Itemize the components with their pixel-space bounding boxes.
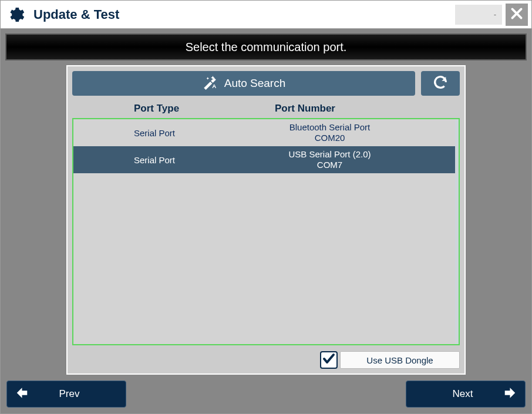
refresh-icon — [432, 74, 449, 93]
wizard-icon: A — [202, 75, 217, 93]
port-row[interactable]: Serial PortUSB Serial Port (2.0)COM7 — [73, 146, 455, 173]
port-number-cell: Bluetooth Serial PortCOM20 — [275, 122, 455, 143]
refresh-button[interactable] — [421, 71, 460, 96]
titlebar: Update & Test - — [1, 1, 531, 29]
dongle-row: Use USB Dongle — [72, 351, 460, 369]
panel-top-row: A Auto Search — [72, 71, 460, 96]
nav-row: Prev Next — [5, 379, 527, 409]
instruction-banner: Select the communication port. — [5, 33, 527, 60]
arrow-left-icon — [12, 384, 29, 404]
check-icon — [322, 352, 336, 368]
col-header-type: Port Type — [134, 103, 275, 115]
use-usb-dongle-label: Use USB Dongle — [340, 351, 460, 369]
port-number-cell: USB Serial Port (2.0)COM7 — [275, 149, 455, 170]
port-type-cell: Serial Port — [134, 128, 275, 138]
port-panel: A Auto Search Port Type Port Number — [66, 65, 466, 375]
close-icon — [509, 6, 524, 23]
port-list: Serial PortBluetooth Serial PortCOM20Ser… — [72, 118, 460, 345]
column-headers: Port Type Port Number — [72, 99, 460, 118]
col-header-number: Port Number — [275, 103, 335, 115]
next-button[interactable]: Next — [406, 381, 526, 408]
next-label: Next — [406, 388, 503, 400]
port-row[interactable]: Serial PortBluetooth Serial PortCOM20 — [73, 119, 455, 146]
language-selector[interactable]: - — [455, 5, 502, 25]
gear-icon — [5, 5, 25, 25]
scrollbar[interactable] — [455, 119, 459, 344]
workspace: Select the communication port. A Auto Se… — [1, 29, 531, 413]
auto-search-button[interactable]: A Auto Search — [72, 71, 415, 96]
svg-text:A: A — [212, 82, 216, 89]
instruction-text: Select the communication port. — [186, 41, 347, 54]
port-type-cell: Serial Port — [134, 155, 275, 165]
prev-label: Prev — [29, 388, 126, 400]
prev-button[interactable]: Prev — [6, 381, 126, 408]
window: Update & Test - Select the communication… — [0, 0, 532, 414]
window-title: Update & Test — [33, 7, 455, 22]
use-usb-dongle-checkbox[interactable] — [320, 351, 338, 369]
arrow-right-icon — [503, 384, 520, 404]
auto-search-label: Auto Search — [224, 77, 286, 90]
content-area: A Auto Search Port Type Port Number — [5, 60, 527, 375]
close-button[interactable] — [506, 4, 528, 26]
